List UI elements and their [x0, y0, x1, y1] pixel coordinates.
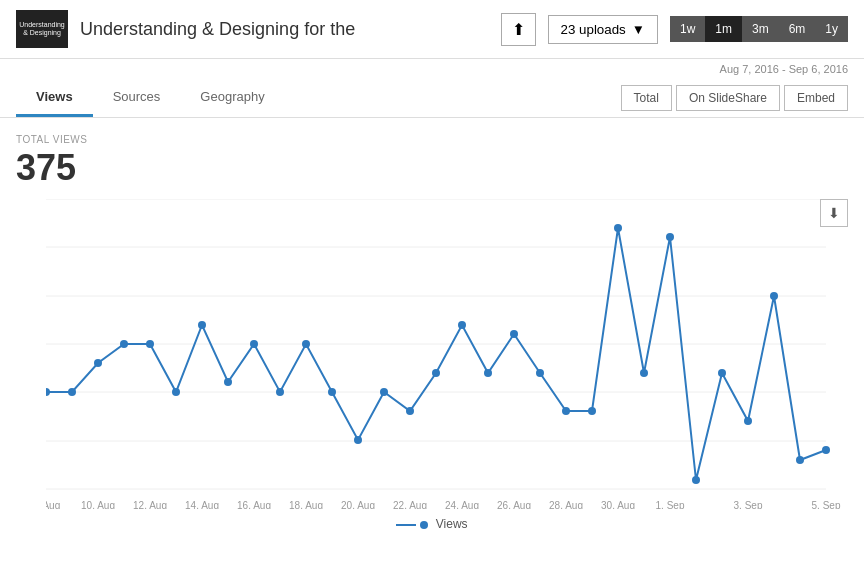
- data-point: [224, 378, 232, 386]
- svg-text:26. Aug: 26. Aug: [497, 500, 531, 509]
- tab-views[interactable]: Views: [16, 79, 93, 117]
- svg-text:16. Aug: 16. Aug: [237, 500, 271, 509]
- data-point: [484, 369, 492, 377]
- svg-text:1. Sep: 1. Sep: [656, 500, 685, 509]
- legend-dot-icon: [420, 521, 428, 529]
- view-btn-total[interactable]: Total: [621, 85, 672, 111]
- upload-icon: ⬆: [512, 20, 525, 39]
- data-point: [588, 407, 596, 415]
- data-point: [744, 417, 752, 425]
- download-icon: ⬇: [828, 205, 840, 221]
- data-point: [822, 446, 830, 454]
- presentation-thumbnail: Understanding & Designing: [16, 10, 68, 48]
- uploads-dropdown[interactable]: 23 uploads ▼: [548, 15, 658, 44]
- chart-line: [46, 228, 826, 480]
- data-point: [796, 456, 804, 464]
- data-point: [770, 292, 778, 300]
- legend-line-icon: [396, 524, 416, 526]
- tab-geography[interactable]: Geography: [180, 79, 284, 117]
- date-range: Aug 7, 2016 - Sep 6, 2016: [0, 59, 864, 79]
- svg-text:20. Aug: 20. Aug: [341, 500, 375, 509]
- svg-text:5. Sep: 5. Sep: [812, 500, 841, 509]
- time-btn-1y[interactable]: 1y: [815, 16, 848, 42]
- view-button-group: Total On SlideShare Embed: [621, 85, 848, 111]
- svg-text:10. Aug: 10. Aug: [81, 500, 115, 509]
- data-point: [536, 369, 544, 377]
- upload-button[interactable]: ⬆: [501, 13, 536, 46]
- dropdown-arrow-icon: ▼: [632, 22, 645, 37]
- total-views-label: TOTAL VIEWS: [16, 134, 848, 145]
- data-point: [120, 340, 128, 348]
- data-point: [640, 369, 648, 377]
- time-btn-1w[interactable]: 1w: [670, 16, 705, 42]
- data-point: [354, 436, 362, 444]
- data-point: [510, 330, 518, 338]
- data-point: [562, 407, 570, 415]
- chart-container: ⬇ 30 25 20 15 10 5 0: [16, 199, 848, 571]
- svg-text:14. Aug: 14. Aug: [185, 500, 219, 509]
- page-title: Understanding & Designing for the: [80, 19, 489, 40]
- data-point: [432, 369, 440, 377]
- data-point: [68, 388, 76, 396]
- view-btn-slideshare[interactable]: On SlideShare: [676, 85, 780, 111]
- data-point: [250, 340, 258, 348]
- download-chart-button[interactable]: ⬇: [820, 199, 848, 227]
- svg-text:22. Aug: 22. Aug: [393, 500, 427, 509]
- data-point: [172, 388, 180, 396]
- data-point: [666, 233, 674, 241]
- data-point: [302, 340, 310, 348]
- data-point: [692, 476, 700, 484]
- data-point: [406, 407, 414, 415]
- svg-text:18. Aug: 18. Aug: [289, 500, 323, 509]
- data-point: [328, 388, 336, 396]
- total-views-count: 375: [16, 147, 848, 189]
- data-point: [614, 224, 622, 232]
- svg-text:8. Aug: 8. Aug: [46, 500, 60, 509]
- data-point: [146, 340, 154, 348]
- chart-legend: Views: [16, 517, 848, 531]
- data-point: [380, 388, 388, 396]
- tab-sources[interactable]: Sources: [93, 79, 181, 117]
- tab-group: Views Sources Geography: [16, 79, 285, 117]
- time-btn-1m[interactable]: 1m: [705, 16, 742, 42]
- view-btn-embed[interactable]: Embed: [784, 85, 848, 111]
- svg-text:30. Aug: 30. Aug: [601, 500, 635, 509]
- data-point: [46, 388, 50, 396]
- legend-label: Views: [436, 517, 468, 531]
- svg-text:24. Aug: 24. Aug: [445, 500, 479, 509]
- svg-text:3. Sep: 3. Sep: [734, 500, 763, 509]
- tabs-row: Views Sources Geography Total On SlideSh…: [0, 79, 864, 118]
- uploads-count: 23 uploads: [561, 22, 626, 37]
- data-point: [276, 388, 284, 396]
- data-point: [198, 321, 206, 329]
- time-btn-6m[interactable]: 6m: [779, 16, 816, 42]
- time-btn-3m[interactable]: 3m: [742, 16, 779, 42]
- content-area: TOTAL VIEWS 375 ⬇ 30 25 20 15 10 5 0: [0, 118, 864, 571]
- data-point: [718, 369, 726, 377]
- thumb-text: Understanding & Designing: [16, 19, 68, 40]
- time-range-buttons: 1w 1m 3m 6m 1y: [670, 16, 848, 42]
- data-point: [458, 321, 466, 329]
- data-point: [94, 359, 102, 367]
- svg-text:12. Aug: 12. Aug: [133, 500, 167, 509]
- line-chart: 30 25 20 15 10 5 0: [46, 199, 864, 509]
- svg-text:28. Aug: 28. Aug: [549, 500, 583, 509]
- header: Understanding & Designing Understanding …: [0, 0, 864, 59]
